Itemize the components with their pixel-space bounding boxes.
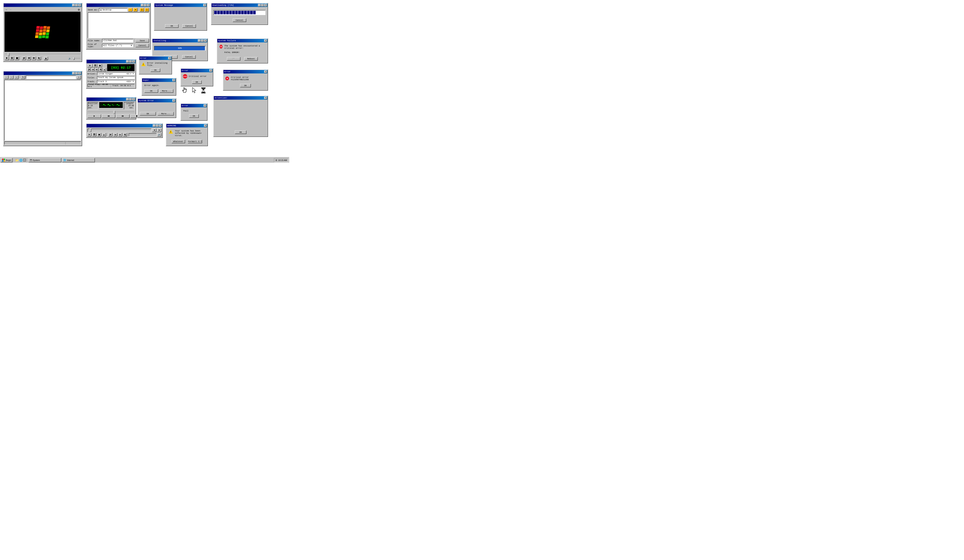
forward-button[interactable]	[95, 68, 99, 71]
file-name-input[interactable]: clickme.bat	[102, 39, 133, 42]
minimize-button[interactable]: _	[153, 124, 156, 127]
detail-view-button[interactable]: ☷	[145, 8, 149, 11]
fast-forward-button[interactable]	[118, 133, 122, 137]
clock-tray[interactable]: 🗓 10:15 AM	[274, 158, 288, 162]
ok-button[interactable]: OK	[140, 112, 156, 116]
seek-bar[interactable]	[87, 129, 151, 132]
close-button[interactable]: ×	[159, 124, 162, 127]
cancel-button[interactable]: Cancel	[182, 55, 196, 59]
home-button[interactable]: ⌂	[14, 76, 18, 79]
next-button[interactable]	[37, 57, 41, 60]
ok-button[interactable]: OK	[192, 80, 202, 84]
close-button[interactable]: ×	[132, 98, 135, 101]
tray-globe-icon[interactable]: 🌐	[19, 159, 23, 162]
minimize-button[interactable]: _	[72, 4, 75, 7]
maximize-button[interactable]: □	[156, 124, 159, 127]
taskbar[interactable]: Begin 📁 🌐 ♪ 🗔 System 🌐 Internet 🗓 10:15 …	[0, 157, 289, 163]
volume-icon[interactable]: 🔊	[68, 57, 71, 60]
eject-button[interactable]	[102, 133, 106, 137]
pause-button[interactable]	[10, 57, 14, 60]
close-button[interactable]: ×	[173, 99, 175, 102]
close-button[interactable]: ×	[78, 4, 81, 7]
fail-error-dialog[interactable]: Error × Fail OK	[181, 103, 207, 120]
pause-button[interactable]	[92, 133, 96, 137]
back-arrow-icon[interactable]: ←	[5, 8, 8, 11]
pause-button[interactable]	[93, 64, 98, 67]
play-button[interactable]	[5, 57, 9, 60]
maximize-button[interactable]: □	[144, 4, 147, 7]
close-button[interactable]: ×	[264, 96, 267, 99]
stop-button[interactable]	[15, 57, 19, 60]
gear-icon[interactable]: ⚙	[78, 8, 80, 11]
maximize-button[interactable]: □	[75, 4, 78, 7]
start-button[interactable]: Begin	[1, 158, 13, 162]
close-button[interactable]: ×	[204, 104, 207, 107]
ok-button[interactable]: OK	[240, 84, 251, 87]
close-button[interactable]: ×	[147, 4, 150, 7]
cancel-button[interactable]: Cancel	[182, 24, 196, 28]
forward-button[interactable]: →	[9, 76, 13, 79]
cd-player-window[interactable]: _□× [03] 02:17 Artist:	[86, 59, 136, 89]
system-failure-dialog[interactable]: System Failure × ✕ The system has encoun…	[217, 38, 268, 63]
more-button[interactable]: More...	[158, 112, 174, 116]
close-button[interactable]: ×	[204, 124, 207, 127]
task-button-internet[interactable]: 🌐 Internet	[62, 158, 95, 162]
minimize-button[interactable]: _	[141, 4, 143, 7]
forward-arrow-icon[interactable]: →	[9, 8, 12, 11]
volume-button[interactable]: 🔊	[157, 133, 161, 137]
step-forward-button[interactable]	[157, 129, 161, 132]
up-folder-button[interactable]: ▫	[128, 8, 132, 11]
browser-window[interactable]: _□× ← → ⌂ ↻ ▪	[3, 71, 82, 146]
prev-button[interactable]	[108, 133, 112, 137]
next-track-button[interactable]	[99, 68, 103, 71]
rewind-button[interactable]	[91, 68, 94, 71]
forward-button[interactable]	[116, 114, 130, 118]
back-button[interactable]: ←	[4, 76, 8, 79]
close-button[interactable]: ×	[209, 69, 212, 72]
close-button[interactable]: ×	[132, 60, 135, 63]
step-back-button[interactable]	[152, 129, 156, 132]
error-code-dialog[interactable]: Error × ✕ Crirical error #123567AB21200 …	[223, 69, 268, 91]
file-list[interactable]	[88, 12, 149, 38]
volume-thumb[interactable]	[73, 57, 75, 60]
maximize-button[interactable]: □	[201, 39, 204, 42]
ok-button[interactable]: OK	[151, 68, 160, 72]
maximize-button[interactable]: □	[261, 4, 264, 7]
reboot-button[interactable]: Reboot	[244, 57, 258, 60]
sound-recorder-window[interactable]: _□× Position:8.18 sec. Length:14.66 sec.	[86, 97, 136, 119]
address-bar[interactable]	[26, 76, 76, 79]
stop-button[interactable]	[98, 64, 102, 67]
system-message-dialog[interactable]: System Message × OK Cancel	[154, 3, 207, 31]
media-seek-window[interactable]: _□× 🔊	[86, 124, 163, 138]
ok-button[interactable]: OK	[189, 114, 199, 118]
whatever-button[interactable]: Whatever	[172, 140, 185, 143]
minimize-button[interactable]: _	[72, 72, 75, 75]
next-button[interactable]	[123, 133, 127, 137]
tray-music-icon[interactable]: ♪	[23, 159, 26, 161]
maximize-button[interactable]: □	[129, 60, 132, 63]
save-dialog[interactable]: _□× Save as: 🖥 Desktop ▫ ✦ ☰ ☷ File name…	[86, 3, 151, 50]
ok-button[interactable]: OK	[235, 130, 246, 134]
minimize-button[interactable]: _	[126, 98, 129, 101]
close-button[interactable]: ×	[78, 72, 81, 75]
attention-dialog[interactable]: Attention! × OK	[213, 96, 268, 137]
prev-button[interactable]	[22, 57, 26, 60]
save-button[interactable]: Save	[135, 39, 149, 42]
play-button[interactable]	[87, 64, 93, 67]
tray-folder-icon[interactable]: 📁	[15, 159, 18, 162]
cancel-button[interactable]: Cancel	[135, 44, 149, 47]
position-thumb[interactable]	[113, 111, 115, 114]
play-button[interactable]	[87, 133, 91, 137]
track-dropdown[interactable]: Track 3<03>▼	[97, 80, 135, 83]
ok-button[interactable]: OK	[144, 89, 158, 93]
system-error-dialog[interactable]: System Error × OK More...	[137, 98, 176, 118]
maximize-button[interactable]: □	[75, 72, 78, 75]
critical-error-dialog[interactable]: Error × STOP Critical error OK	[181, 68, 213, 86]
eject-button[interactable]	[44, 57, 48, 60]
minimize-button[interactable]: _	[126, 60, 129, 63]
close-button[interactable]: ×	[204, 39, 207, 42]
stop-button[interactable]	[97, 133, 101, 137]
error-dialog[interactable]: Error × Error installing file. OK	[139, 56, 172, 75]
go-button[interactable]: ▪	[77, 76, 81, 79]
prev-track-button[interactable]	[87, 68, 91, 71]
